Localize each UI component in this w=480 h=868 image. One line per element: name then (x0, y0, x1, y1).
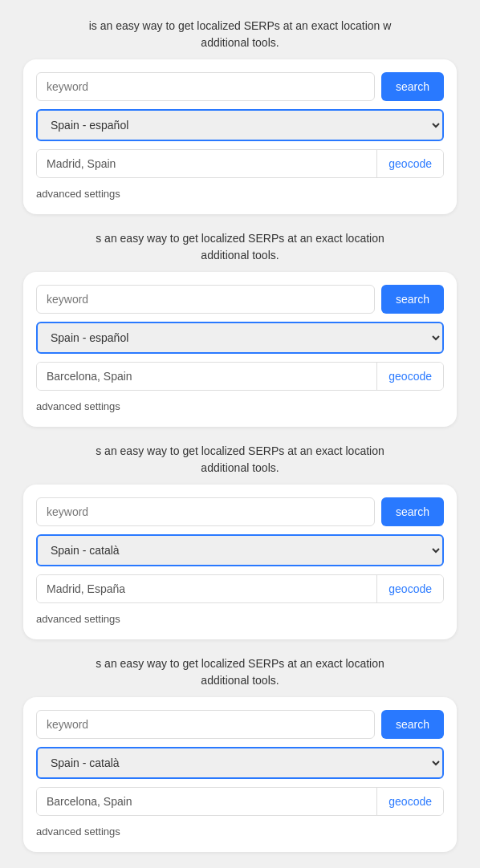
card-wrapper-1: is an easy way to get localized SERPs at… (0, 8, 480, 214)
description-text-1: is an easy way to get localized SERPs at… (73, 8, 408, 59)
search-button-2[interactable]: search (381, 285, 444, 314)
language-select-1[interactable]: Spain - español (36, 109, 444, 141)
location-row-1: geocode (36, 149, 444, 178)
advanced-settings-link-1[interactable]: advanced settings (36, 186, 444, 201)
location-input-2[interactable] (37, 363, 370, 390)
geocode-button-3[interactable]: geocode (376, 575, 443, 602)
advanced-settings-link-3[interactable]: advanced settings (36, 611, 444, 627)
search-row-3: search (36, 497, 444, 526)
keyword-input-1[interactable] (36, 72, 375, 101)
search-card-3: search Spain - català geocode advanced s… (23, 485, 457, 639)
card-wrapper-4: s an easy way to get localized SERPs at … (0, 646, 480, 852)
location-row-4: geocode (36, 787, 444, 816)
search-row-1: search (36, 72, 444, 101)
location-row-3: geocode (36, 574, 444, 603)
location-input-4[interactable] (37, 788, 370, 815)
desc-line2-1: additional tools. (201, 36, 279, 49)
geocode-button-1[interactable]: geocode (376, 150, 443, 177)
language-select-2[interactable]: Spain - español (36, 322, 444, 354)
search-card-2: search Spain - español geocode advanced … (23, 272, 457, 427)
search-button-1[interactable]: search (381, 72, 444, 101)
language-select-3[interactable]: Spain - català (36, 534, 444, 566)
desc-line1-4: s an easy way to get localized SERPs at … (96, 657, 384, 670)
advanced-settings-link-2[interactable]: advanced settings (36, 399, 444, 414)
desc-line2-3: additional tools. (201, 461, 279, 474)
search-card-4: search Spain - català geocode advanced s… (23, 697, 457, 852)
geocode-button-2[interactable]: geocode (376, 363, 443, 390)
description-text-3: s an easy way to get localized SERPs at … (79, 433, 401, 485)
desc-line2-4: additional tools. (201, 674, 279, 687)
description-text-4: s an easy way to get localized SERPs at … (79, 646, 401, 697)
description-text-2: s an easy way to get localized SERPs at … (79, 221, 401, 272)
keyword-input-4[interactable] (36, 710, 375, 739)
location-row-2: geocode (36, 362, 444, 391)
desc-line1-3: s an easy way to get localized SERPs at … (96, 444, 384, 457)
desc-line1-1: is an easy way to get localized SERPs at… (89, 19, 392, 32)
card-wrapper-2: s an easy way to get localized SERPs at … (0, 221, 480, 427)
language-select-4[interactable]: Spain - català (36, 747, 444, 779)
search-button-4[interactable]: search (381, 710, 444, 739)
geocode-button-4[interactable]: geocode (376, 788, 443, 815)
search-card-1: search Spain - español geocode advanced … (23, 59, 457, 214)
advanced-settings-link-4[interactable]: advanced settings (36, 824, 444, 839)
keyword-input-2[interactable] (36, 285, 375, 314)
search-row-2: search (36, 285, 444, 314)
search-row-4: search (36, 710, 444, 739)
keyword-input-3[interactable] (36, 497, 375, 526)
location-input-1[interactable] (37, 150, 370, 177)
location-input-3[interactable] (37, 575, 370, 602)
card-wrapper-3: s an easy way to get localized SERPs at … (0, 433, 480, 639)
desc-line2-2: additional tools. (201, 249, 279, 262)
desc-line1-2: s an easy way to get localized SERPs at … (96, 232, 384, 245)
search-button-3[interactable]: search (381, 497, 444, 526)
